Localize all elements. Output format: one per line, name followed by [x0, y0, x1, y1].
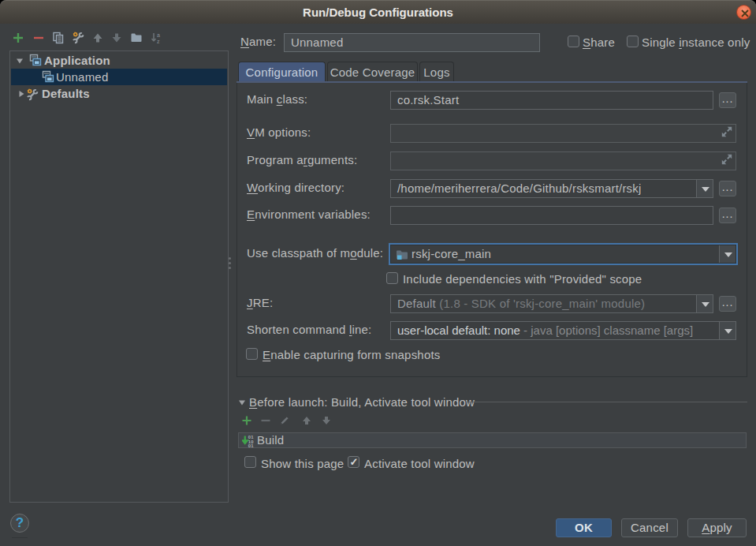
svg-text:a: a	[157, 32, 160, 38]
svg-text:01: 01	[248, 443, 254, 447]
svg-text:z: z	[157, 39, 160, 44]
